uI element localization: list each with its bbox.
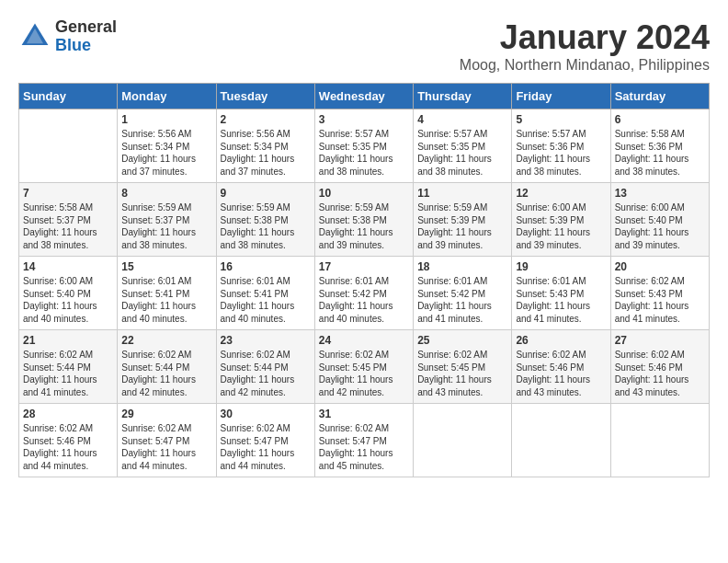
day-number: 19 [516, 260, 606, 273]
calendar-cell: 17Sunrise: 6:01 AMSunset: 5:42 PMDayligh… [314, 257, 413, 330]
calendar-cell: 23Sunrise: 6:02 AMSunset: 5:44 PMDayligh… [216, 330, 314, 404]
weekday-header-monday: Monday [118, 84, 216, 109]
day-number: 18 [417, 260, 507, 273]
day-info: Sunrise: 6:02 AMSunset: 5:44 PMDaylight:… [23, 349, 113, 398]
calendar-cell: 22Sunrise: 6:02 AMSunset: 5:44 PMDayligh… [118, 330, 216, 404]
calendar-cell: 29Sunrise: 6:02 AMSunset: 5:47 PMDayligh… [118, 404, 216, 477]
logo-icon [18, 20, 51, 53]
week-row-5: 28Sunrise: 6:02 AMSunset: 5:46 PMDayligh… [19, 404, 710, 477]
calendar-cell: 31Sunrise: 6:02 AMSunset: 5:47 PMDayligh… [314, 404, 413, 477]
day-number: 11 [417, 187, 507, 200]
calendar-cell: 16Sunrise: 6:01 AMSunset: 5:41 PMDayligh… [216, 257, 314, 330]
day-number: 5 [516, 113, 606, 126]
day-info: Sunrise: 5:57 AMSunset: 5:36 PMDaylight:… [516, 128, 606, 178]
day-info: Sunrise: 5:56 AMSunset: 5:34 PMDaylight:… [121, 128, 211, 178]
calendar-cell: 3Sunrise: 5:57 AMSunset: 5:35 PMDaylight… [314, 109, 413, 183]
week-row-4: 21Sunrise: 6:02 AMSunset: 5:44 PMDayligh… [19, 330, 710, 404]
day-info: Sunrise: 6:02 AMSunset: 5:47 PMDaylight:… [221, 422, 311, 472]
day-number: 14 [23, 260, 113, 273]
day-info: Sunrise: 6:02 AMSunset: 5:43 PMDaylight:… [615, 275, 705, 325]
logo-text: General Blue [55, 18, 117, 55]
calendar-table: SundayMondayTuesdayWednesdayThursdayFrid… [18, 83, 710, 477]
day-info: Sunrise: 5:57 AMSunset: 5:35 PMDaylight:… [319, 128, 409, 178]
day-number: 23 [221, 334, 311, 347]
calendar-cell: 28Sunrise: 6:02 AMSunset: 5:46 PMDayligh… [19, 404, 118, 477]
calendar-cell: 5Sunrise: 5:57 AMSunset: 5:36 PMDaylight… [512, 109, 610, 183]
day-number: 17 [319, 260, 409, 273]
day-info: Sunrise: 6:00 AMSunset: 5:40 PMDaylight:… [23, 275, 113, 325]
day-info: Sunrise: 5:57 AMSunset: 5:35 PMDaylight:… [417, 128, 507, 178]
calendar-cell: 14Sunrise: 6:00 AMSunset: 5:40 PMDayligh… [19, 257, 118, 330]
calendar-cell: 18Sunrise: 6:01 AMSunset: 5:42 PMDayligh… [414, 257, 512, 330]
day-info: Sunrise: 6:00 AMSunset: 5:40 PMDaylight:… [615, 201, 705, 251]
day-number: 9 [221, 187, 311, 200]
calendar-cell: 12Sunrise: 6:00 AMSunset: 5:39 PMDayligh… [512, 183, 610, 257]
day-number: 1 [121, 113, 211, 126]
day-number: 27 [615, 334, 705, 347]
day-info: Sunrise: 6:01 AMSunset: 5:43 PMDaylight:… [516, 275, 606, 325]
day-number: 12 [516, 187, 606, 200]
location: Moog, Northern Mindanao, Philippines [460, 57, 710, 74]
day-info: Sunrise: 6:01 AMSunset: 5:42 PMDaylight:… [319, 275, 409, 325]
calendar-cell: 4Sunrise: 5:57 AMSunset: 5:35 PMDaylight… [414, 109, 512, 183]
calendar-cell: 25Sunrise: 6:02 AMSunset: 5:45 PMDayligh… [414, 330, 512, 404]
day-number: 7 [23, 187, 113, 200]
day-info: Sunrise: 6:01 AMSunset: 5:42 PMDaylight:… [417, 275, 507, 325]
day-info: Sunrise: 6:02 AMSunset: 5:45 PMDaylight:… [417, 349, 507, 398]
day-number: 21 [23, 334, 113, 347]
day-number: 2 [221, 113, 311, 126]
day-number: 31 [319, 408, 409, 420]
day-number: 15 [121, 260, 211, 273]
day-number: 29 [121, 408, 211, 420]
day-info: Sunrise: 5:58 AMSunset: 5:36 PMDaylight:… [615, 128, 705, 178]
calendar-cell: 9Sunrise: 5:59 AMSunset: 5:38 PMDaylight… [216, 183, 314, 257]
day-info: Sunrise: 5:59 AMSunset: 5:38 PMDaylight:… [221, 201, 311, 251]
weekday-header-sunday: Sunday [19, 84, 118, 109]
day-number: 20 [615, 260, 705, 273]
day-info: Sunrise: 5:59 AMSunset: 5:37 PMDaylight:… [121, 201, 211, 251]
day-number: 4 [417, 113, 507, 126]
day-info: Sunrise: 6:02 AMSunset: 5:46 PMDaylight:… [516, 349, 606, 398]
logo-blue: Blue [55, 36, 91, 54]
day-number: 3 [319, 113, 409, 126]
calendar-cell: 30Sunrise: 6:02 AMSunset: 5:47 PMDayligh… [216, 404, 314, 477]
calendar-cell [414, 404, 512, 477]
day-number: 16 [221, 260, 311, 273]
day-number: 10 [319, 187, 409, 200]
day-info: Sunrise: 6:02 AMSunset: 5:45 PMDaylight:… [319, 349, 409, 398]
weekday-header-wednesday: Wednesday [314, 84, 413, 109]
week-row-2: 7Sunrise: 5:58 AMSunset: 5:37 PMDaylight… [19, 183, 710, 257]
weekday-header-saturday: Saturday [610, 84, 709, 109]
calendar-cell: 26Sunrise: 6:02 AMSunset: 5:46 PMDayligh… [512, 330, 610, 404]
weekday-header-friday: Friday [512, 84, 610, 109]
day-number: 22 [121, 334, 211, 347]
day-number: 26 [516, 334, 606, 347]
weekday-header-tuesday: Tuesday [216, 84, 314, 109]
weekday-header-thursday: Thursday [414, 84, 512, 109]
day-info: Sunrise: 5:56 AMSunset: 5:34 PMDaylight:… [221, 128, 311, 178]
day-info: Sunrise: 6:01 AMSunset: 5:41 PMDaylight:… [221, 275, 311, 325]
day-number: 25 [417, 334, 507, 347]
calendar-cell: 15Sunrise: 6:01 AMSunset: 5:41 PMDayligh… [118, 257, 216, 330]
day-number: 6 [615, 113, 705, 126]
day-info: Sunrise: 5:59 AMSunset: 5:38 PMDaylight:… [319, 201, 409, 251]
calendar-cell: 8Sunrise: 5:59 AMSunset: 5:37 PMDaylight… [118, 183, 216, 257]
logo: General Blue [18, 18, 117, 55]
calendar-cell [19, 109, 118, 183]
day-number: 8 [121, 187, 211, 200]
page-header: General Blue January 2024 Moog, Northern… [18, 18, 710, 74]
day-info: Sunrise: 6:02 AMSunset: 5:46 PMDaylight:… [615, 349, 705, 398]
week-row-1: 1Sunrise: 5:56 AMSunset: 5:34 PMDaylight… [19, 109, 710, 183]
day-info: Sunrise: 5:59 AMSunset: 5:39 PMDaylight:… [417, 201, 507, 251]
calendar-cell [512, 404, 610, 477]
calendar-cell: 7Sunrise: 5:58 AMSunset: 5:37 PMDaylight… [19, 183, 118, 257]
day-info: Sunrise: 6:02 AMSunset: 5:47 PMDaylight:… [319, 422, 409, 472]
week-row-3: 14Sunrise: 6:00 AMSunset: 5:40 PMDayligh… [19, 257, 710, 330]
month-year: January 2024 [460, 18, 710, 57]
calendar-cell: 24Sunrise: 6:02 AMSunset: 5:45 PMDayligh… [314, 330, 413, 404]
calendar-cell: 1Sunrise: 5:56 AMSunset: 5:34 PMDaylight… [118, 109, 216, 183]
calendar-cell: 2Sunrise: 5:56 AMSunset: 5:34 PMDaylight… [216, 109, 314, 183]
calendar-cell [610, 404, 709, 477]
calendar-cell: 13Sunrise: 6:00 AMSunset: 5:40 PMDayligh… [610, 183, 709, 257]
calendar-cell: 6Sunrise: 5:58 AMSunset: 5:36 PMDaylight… [610, 109, 709, 183]
